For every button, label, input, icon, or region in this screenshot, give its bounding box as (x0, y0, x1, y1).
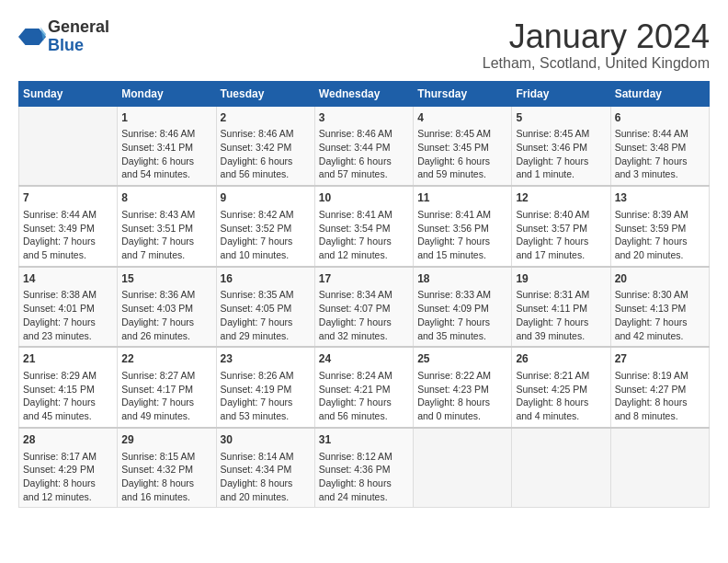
day-info: Sunrise: 8:22 AMSunset: 4:23 PMDaylight:… (417, 369, 507, 423)
day-number: 24 (319, 351, 409, 367)
title-block: January 2024 Letham, Scotland, United Ki… (483, 18, 710, 72)
day-info: Sunrise: 8:21 AMSunset: 4:25 PMDaylight:… (516, 369, 606, 423)
day-number: 22 (121, 351, 211, 367)
day-info: Sunrise: 8:41 AMSunset: 3:56 PMDaylight:… (417, 208, 507, 262)
day-info: Sunrise: 8:29 AMSunset: 4:15 PMDaylight:… (23, 369, 113, 423)
calendar-cell (19, 106, 118, 186)
calendar-cell: 21Sunrise: 8:29 AMSunset: 4:15 PMDayligh… (19, 347, 118, 428)
calendar-cell: 29Sunrise: 8:15 AMSunset: 4:32 PMDayligh… (118, 428, 216, 508)
page-header: General Blue January 2024 Letham, Scotla… (18, 18, 710, 72)
day-number: 14 (23, 271, 113, 287)
calendar-cell: 12Sunrise: 8:40 AMSunset: 3:57 PMDayligh… (512, 186, 610, 267)
week-row-3: 14Sunrise: 8:38 AMSunset: 4:01 PMDayligh… (19, 267, 710, 348)
calendar-table: SundayMondayTuesdayWednesdayThursdayFrid… (18, 81, 710, 509)
location: Letham, Scotland, United Kingdom (483, 55, 710, 72)
day-info: Sunrise: 8:45 AMSunset: 3:45 PMDaylight:… (417, 127, 507, 181)
calendar-cell: 14Sunrise: 8:38 AMSunset: 4:01 PMDayligh… (19, 267, 118, 348)
day-info: Sunrise: 8:42 AMSunset: 3:52 PMDaylight:… (221, 208, 311, 262)
calendar-header: SundayMondayTuesdayWednesdayThursdayFrid… (19, 81, 710, 106)
day-info: Sunrise: 8:35 AMSunset: 4:05 PMDaylight:… (221, 288, 311, 342)
calendar-cell: 2Sunrise: 8:46 AMSunset: 3:42 PMDaylight… (216, 106, 314, 186)
logo-general: General (48, 17, 109, 36)
calendar-cell: 16Sunrise: 8:35 AMSunset: 4:05 PMDayligh… (216, 267, 314, 348)
calendar-cell: 4Sunrise: 8:45 AMSunset: 3:45 PMDaylight… (414, 106, 512, 186)
day-info: Sunrise: 8:46 AMSunset: 3:41 PMDaylight:… (121, 127, 211, 181)
day-number: 18 (417, 271, 507, 287)
day-info: Sunrise: 8:30 AMSunset: 4:13 PMDaylight:… (615, 288, 705, 342)
logo: General Blue (18, 18, 109, 55)
day-number: 30 (221, 432, 311, 448)
day-number: 27 (615, 351, 705, 367)
header-day-wednesday: Wednesday (314, 81, 413, 106)
calendar-cell: 19Sunrise: 8:31 AMSunset: 4:11 PMDayligh… (512, 267, 610, 348)
day-number: 9 (221, 190, 311, 206)
day-number: 28 (23, 432, 113, 448)
calendar-cell: 13Sunrise: 8:39 AMSunset: 3:59 PMDayligh… (610, 186, 709, 267)
header-day-monday: Monday (118, 81, 216, 106)
calendar-cell: 7Sunrise: 8:44 AMSunset: 3:49 PMDaylight… (19, 186, 118, 267)
day-info: Sunrise: 8:26 AMSunset: 4:19 PMDaylight:… (221, 369, 311, 423)
day-number: 13 (615, 190, 705, 206)
calendar-cell: 31Sunrise: 8:12 AMSunset: 4:36 PMDayligh… (314, 428, 413, 508)
calendar-cell: 5Sunrise: 8:45 AMSunset: 3:46 PMDaylight… (512, 106, 610, 186)
header-day-saturday: Saturday (610, 81, 709, 106)
day-info: Sunrise: 8:46 AMSunset: 3:42 PMDaylight:… (221, 127, 311, 181)
day-info: Sunrise: 8:41 AMSunset: 3:54 PMDaylight:… (319, 208, 409, 262)
day-number: 5 (516, 110, 606, 126)
day-info: Sunrise: 8:39 AMSunset: 3:59 PMDaylight:… (615, 208, 705, 262)
week-row-4: 21Sunrise: 8:29 AMSunset: 4:15 PMDayligh… (19, 347, 710, 428)
day-number: 20 (615, 271, 705, 287)
day-info: Sunrise: 8:15 AMSunset: 4:32 PMDaylight:… (121, 450, 211, 504)
calendar-cell: 18Sunrise: 8:33 AMSunset: 4:09 PMDayligh… (414, 267, 512, 348)
calendar-cell (512, 428, 610, 508)
day-number: 25 (417, 351, 507, 367)
calendar-cell: 30Sunrise: 8:14 AMSunset: 4:34 PMDayligh… (216, 428, 314, 508)
day-number: 7 (23, 190, 113, 206)
calendar-cell: 1Sunrise: 8:46 AMSunset: 3:41 PMDaylight… (118, 106, 216, 186)
day-number: 17 (319, 271, 409, 287)
day-info: Sunrise: 8:45 AMSunset: 3:46 PMDaylight:… (516, 127, 606, 181)
day-info: Sunrise: 8:33 AMSunset: 4:09 PMDaylight:… (417, 288, 507, 342)
calendar-cell: 15Sunrise: 8:36 AMSunset: 4:03 PMDayligh… (118, 267, 216, 348)
day-info: Sunrise: 8:43 AMSunset: 3:51 PMDaylight:… (121, 208, 211, 262)
day-number: 23 (221, 351, 311, 367)
day-number: 15 (121, 271, 211, 287)
day-number: 4 (417, 110, 507, 126)
calendar-cell: 27Sunrise: 8:19 AMSunset: 4:27 PMDayligh… (610, 347, 709, 428)
calendar-cell: 9Sunrise: 8:42 AMSunset: 3:52 PMDaylight… (216, 186, 314, 267)
logo-icon (18, 23, 46, 51)
day-info: Sunrise: 8:17 AMSunset: 4:29 PMDaylight:… (23, 450, 113, 504)
calendar-cell: 3Sunrise: 8:46 AMSunset: 3:44 PMDaylight… (314, 106, 413, 186)
day-number: 11 (417, 190, 507, 206)
day-number: 3 (319, 110, 409, 126)
day-number: 21 (23, 351, 113, 367)
day-info: Sunrise: 8:12 AMSunset: 4:36 PMDaylight:… (319, 450, 409, 504)
month-title: January 2024 (483, 18, 710, 55)
logo-blue: Blue (48, 36, 84, 54)
calendar-cell: 24Sunrise: 8:24 AMSunset: 4:21 PMDayligh… (314, 347, 413, 428)
day-info: Sunrise: 8:38 AMSunset: 4:01 PMDaylight:… (23, 288, 113, 342)
day-info: Sunrise: 8:24 AMSunset: 4:21 PMDaylight:… (319, 369, 409, 423)
calendar-cell: 22Sunrise: 8:27 AMSunset: 4:17 PMDayligh… (118, 347, 216, 428)
header-day-sunday: Sunday (19, 81, 118, 106)
day-number: 29 (121, 432, 211, 448)
calendar-cell (414, 428, 512, 508)
day-info: Sunrise: 8:19 AMSunset: 4:27 PMDaylight:… (615, 369, 705, 423)
day-number: 8 (121, 190, 211, 206)
day-number: 16 (221, 271, 311, 287)
day-number: 1 (121, 110, 211, 126)
calendar-cell: 25Sunrise: 8:22 AMSunset: 4:23 PMDayligh… (414, 347, 512, 428)
day-number: 19 (516, 271, 606, 287)
day-info: Sunrise: 8:14 AMSunset: 4:34 PMDaylight:… (221, 450, 311, 504)
day-number: 6 (615, 110, 705, 126)
calendar-cell: 10Sunrise: 8:41 AMSunset: 3:54 PMDayligh… (314, 186, 413, 267)
day-number: 10 (319, 190, 409, 206)
header-day-thursday: Thursday (414, 81, 512, 106)
day-info: Sunrise: 8:44 AMSunset: 3:49 PMDaylight:… (23, 208, 113, 262)
week-row-1: 1Sunrise: 8:46 AMSunset: 3:41 PMDaylight… (19, 106, 710, 186)
calendar-cell: 17Sunrise: 8:34 AMSunset: 4:07 PMDayligh… (314, 267, 413, 348)
day-info: Sunrise: 8:46 AMSunset: 3:44 PMDaylight:… (319, 127, 409, 181)
week-row-2: 7Sunrise: 8:44 AMSunset: 3:49 PMDaylight… (19, 186, 710, 267)
calendar-cell: 26Sunrise: 8:21 AMSunset: 4:25 PMDayligh… (512, 347, 610, 428)
day-info: Sunrise: 8:27 AMSunset: 4:17 PMDaylight:… (121, 369, 211, 423)
